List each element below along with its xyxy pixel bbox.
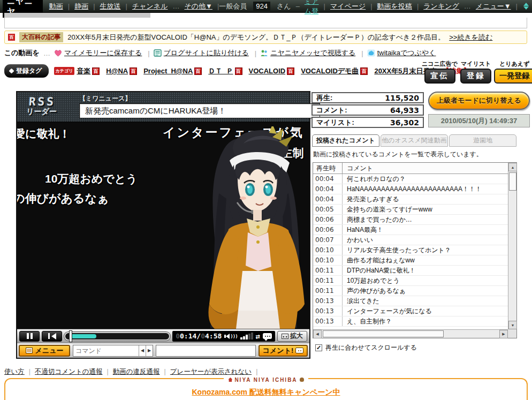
nav-link[interactable]: チャンネル: [132, 2, 168, 11]
vertical-scrollbar[interactable]: ▲ ▼: [508, 163, 516, 329]
comment-time: 00:05: [313, 205, 343, 214]
comment-text: 発売楽しみすぎる: [343, 194, 508, 204]
enlarge-player-button[interactable]: 拡大: [277, 331, 307, 342]
tag-item: 音楽 百: [77, 66, 100, 76]
tag-link[interactable]: H@NA: [106, 67, 128, 75]
comment-row[interactable]: 00:11 声の伸びがあるなぁ: [313, 286, 508, 296]
ad-label: ニコニ広告で: [422, 60, 458, 68]
comment-row[interactable]: 00:13 え、自主制作？: [313, 316, 508, 327]
comment-list-header: 再生時 コメント: [313, 163, 508, 174]
ichiba-title: NIYA NIYA ICHIBA: [234, 377, 297, 383]
command-prev-arrow[interactable]: ◀: [139, 345, 146, 356]
nav-link[interactable]: マイページ: [330, 2, 373, 11]
nav-link[interactable]: 生放送: [100, 2, 127, 11]
nav-more-menu[interactable]: その他▼: [184, 2, 219, 11]
scroll-right-button[interactable]: ▶: [499, 330, 508, 338]
video-screen[interactable]: 愛に敬礼！ インターフェースが気 え、自主制 10万超おめでとう の伸びがあるな…: [17, 122, 309, 329]
comment-row[interactable]: 00:07 かわいい: [313, 235, 508, 245]
quick-register-button[interactable]: 一発登録: [494, 69, 532, 84]
comment-text: 曲作る才能はねぇなww: [343, 255, 508, 265]
konozama-campaign-link[interactable]: Konozama.com 配送料無料キャンペーン中: [192, 388, 340, 398]
menu-button[interactable]: メニュー: [19, 345, 70, 357]
comment-toggle-icon[interactable]: [263, 333, 272, 339]
scroll-up-button[interactable]: ▲: [508, 163, 517, 171]
comment-text: かわいい: [343, 235, 508, 245]
comment-input-bar: メニュー ◀ ▶ コメント!: [17, 343, 309, 358]
seek-bar[interactable]: [64, 332, 170, 341]
nav-link[interactable]: 静画: [74, 2, 95, 11]
horizontal-scroll-thumb[interactable]: [323, 330, 444, 337]
tag-link[interactable]: VOCALOIDデモ曲: [301, 66, 359, 76]
comment-row[interactable]: 00:11 10万超おめでとう: [313, 276, 508, 286]
tag-link[interactable]: 音楽: [77, 66, 90, 76]
mylist-register-button[interactable]: 登録: [460, 69, 491, 84]
nav-link[interactable]: 動画: [49, 2, 70, 11]
upload-datetime: 2010/05/10(月) 14:49:37: [428, 114, 530, 127]
volume-level[interactable]: [240, 333, 253, 339]
autoscroll-label: 再生に合わせてスクロールする: [325, 343, 417, 352]
tab-posted-comments[interactable]: 投稿されたコメント: [312, 134, 379, 147]
scroll-updown-icon[interactable]: [523, 3, 529, 10]
dictionary-icon[interactable]: 百: [92, 67, 100, 75]
mylist-buttons: ニコニ広告で 宣伝 マイリスト 登録 とりあえず 一発登録: [422, 60, 532, 84]
tag-link[interactable]: VOCALOID: [249, 67, 286, 75]
nav-link[interactable]: 動画を投稿: [377, 2, 419, 11]
read-more-link[interactable]: >>続きを読む: [449, 33, 492, 42]
nav-menu[interactable]: メニュー▼: [476, 2, 518, 11]
messe-watch-link[interactable]: ニヤニヤメッセで視聴する: [260, 48, 363, 58]
tab-amusement-park[interactable]: 遊園地: [449, 134, 516, 147]
comment-row[interactable]: 00:10 リアル女子高生使ったってホント？: [313, 245, 508, 255]
comment-row[interactable]: 00:13 涙出てきた: [313, 296, 508, 306]
video-stats: 再生: 115,520 コメント: 64,933 マイリスト: 36,302: [311, 92, 424, 129]
registered-tags-button[interactable]: 登録タグ: [4, 64, 49, 78]
tag-link[interactable]: Project_H@NA: [143, 67, 193, 75]
dictionary-icon[interactable]: 百: [194, 67, 202, 75]
comment-text: 10万超おめでとう: [343, 276, 508, 285]
dictionary-icon[interactable]: 百: [235, 67, 242, 75]
tag-item: H@NA 百: [106, 67, 137, 75]
comment-row[interactable]: 00:06 商標まで買ったのか…: [313, 215, 508, 225]
comment-row[interactable]: 00:10 曲作る才能はねぇなww: [313, 255, 508, 266]
scroll-left-button[interactable]: ◀: [313, 330, 322, 338]
autoscroll-checkbox[interactable]: ✓: [315, 344, 322, 351]
bear-icon: [300, 378, 304, 382]
comment-text: 涙出てきた: [343, 296, 508, 306]
nav-ellipsis: …: [172, 2, 179, 10]
comment-row[interactable]: 00:04 HaNAAAAAAAAAAAAAAAAAAAAAAAA！！！: [313, 184, 508, 194]
command-next-arrow[interactable]: ▶: [146, 345, 153, 356]
advertise-button[interactable]: 宣伝: [424, 69, 455, 84]
skip-to-start-button[interactable]: [42, 331, 62, 342]
comment-time: 00:11: [313, 276, 343, 285]
repeat-icon[interactable]: ⇄: [256, 332, 260, 341]
tab-recommended-videos[interactable]: 他のオススメ関連動画: [381, 134, 448, 147]
comment-row[interactable]: 00:06 HaNA最高！: [313, 225, 508, 235]
dictionary-icon[interactable]: 百: [360, 67, 368, 75]
comment-row[interactable]: 00:05 金持ちの道楽ってすげーwww: [313, 205, 508, 215]
dictionary-icon[interactable]: 百: [130, 67, 137, 75]
comment-row[interactable]: 00:13 インターフェースが気になる: [313, 306, 508, 316]
scroll-down-button[interactable]: ▼: [508, 321, 517, 329]
comment-text-input[interactable]: [156, 345, 256, 357]
rss-reader-logo[interactable]: RSS リーダー: [26, 95, 58, 117]
blog-embed-link[interactable]: ブログサイトに貼り付ける: [154, 48, 256, 58]
expand-icon: [282, 334, 288, 339]
speaker-icon[interactable]: ))): [224, 334, 237, 339]
seek-handle[interactable]: [69, 330, 72, 342]
horizontal-scrollbar[interactable]: ◀ ▶: [313, 329, 508, 338]
mymemory-save-link[interactable]: マイメモリーに保存する: [54, 48, 150, 58]
nav-link[interactable]: ランキング: [423, 2, 459, 11]
tag-link[interactable]: ＤＴ_Ｐ: [208, 66, 233, 76]
view-count: 115,520: [385, 94, 419, 102]
dictionary-icon[interactable]: 百: [287, 67, 294, 75]
comment-row[interactable]: 00:04 発売楽しみすぎる: [313, 194, 508, 205]
actions-prefix: この動画を: [4, 48, 40, 58]
comment-row[interactable]: 00:04 何これボカロなの？: [313, 174, 508, 184]
twitaika-tweet-link[interactable]: twitaikaでつぶやく: [367, 48, 436, 58]
post-comment-button[interactable]: コメント!: [259, 345, 308, 357]
pause-button[interactable]: [19, 331, 40, 342]
advanced-mode-button[interactable]: 上級者モードに切り替える: [428, 92, 530, 110]
comment-row[interactable]: 00:11 DTPのHaNA愛に敬礼！: [313, 266, 508, 276]
command-input[interactable]: [73, 347, 139, 354]
column-time: 再生時: [313, 163, 343, 173]
vertical-scroll-thumb[interactable]: [509, 172, 516, 191]
